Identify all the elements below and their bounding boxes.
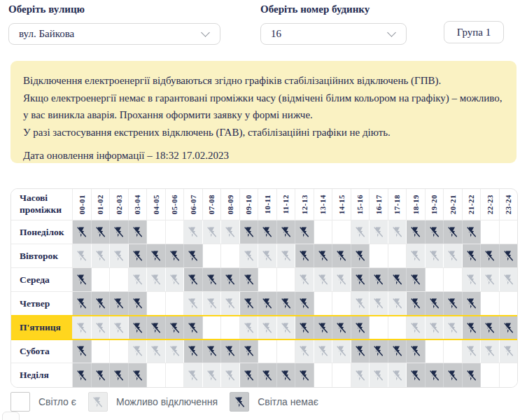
schedule-cell-no-light: [277, 363, 296, 387]
schedule-cell-no-light: [73, 340, 92, 363]
schedule-cell-possible-outage: [407, 244, 426, 267]
flash-off-icon: [94, 250, 106, 262]
flash-off-icon: [169, 250, 181, 262]
flash-off-icon: [280, 226, 292, 238]
flash-off-icon: [94, 370, 106, 382]
schedule-cell-light-on: [92, 268, 111, 291]
schedule-cell-light-on: [481, 292, 500, 315]
building-select-group: Оберіть номер будинку 16: [260, 4, 407, 45]
flash-off-icon: [409, 370, 421, 382]
schedule-cell-no-light: [129, 316, 148, 339]
schedule-cell-possible-outage: [166, 268, 185, 291]
schedule-cell-possible-outage: [258, 316, 277, 339]
schedule-cell-no-light: [184, 316, 203, 339]
time-slot-header: 07-08: [203, 189, 222, 220]
flash-off-icon: [447, 298, 458, 309]
street-select[interactable]: вул. Байкова: [8, 23, 220, 45]
group-badge[interactable]: Група 1: [444, 21, 504, 43]
flash-off-icon: [224, 226, 236, 238]
day-label: Вівторок: [11, 244, 73, 267]
time-slot-label: 16-17: [374, 195, 383, 214]
flash-off-icon: [447, 250, 458, 262]
schedule-cell-no-light: [92, 363, 111, 387]
flash-off-icon: [150, 274, 162, 286]
schedule-cell-no-light: [110, 220, 129, 244]
flash-off-icon: [447, 226, 458, 238]
flash-off-icon: [335, 345, 347, 357]
schedule-cell-possible-outage: [147, 340, 166, 363]
legend-label: Світло є: [38, 396, 76, 407]
time-slot-header: 22-23: [481, 189, 500, 220]
flash-off-icon: [261, 226, 273, 238]
notice-updated: Дата оновлення інформації – 18:32 17.02.…: [23, 147, 504, 164]
schedule-cell-possible-outage: [110, 244, 129, 267]
schedule-cell-possible-outage: [314, 340, 333, 363]
flash-off-icon: [224, 370, 236, 382]
schedule-cell-light-on: [500, 363, 518, 387]
schedule-cell-possible-outage: [388, 292, 407, 315]
schedule-cell-possible-outage: [203, 363, 222, 387]
schedule-cell-no-light: [221, 268, 240, 291]
schedule-cell-no-light: [463, 244, 482, 267]
flash-off-icon: [150, 345, 162, 357]
flash-off-icon: [317, 274, 329, 286]
time-slot-label: 07-08: [207, 195, 216, 214]
time-slot-header: 20-21: [444, 189, 463, 220]
building-select[interactable]: 16: [260, 23, 407, 45]
schedule-row: Субота: [11, 340, 517, 363]
schedule-cell-no-light: [388, 340, 407, 363]
flash-off-icon: [503, 322, 514, 334]
schedule-cell-possible-outage: [351, 363, 370, 387]
notice-line-1: Відключення електроенергії відбуваються …: [23, 72, 504, 90]
flash-off-icon: [298, 345, 310, 357]
flash-off-icon: [187, 370, 199, 382]
schedule-cell-light-on: [314, 363, 333, 387]
schedule-cell-light-on: [314, 292, 333, 315]
schedule-cell-light-on: [277, 340, 296, 363]
schedule-cell-possible-outage: [277, 244, 296, 267]
flash-off-icon: [298, 322, 310, 334]
schedule-cell-possible-outage: [295, 268, 314, 291]
time-slot-label: 04-05: [152, 195, 160, 214]
schedule-cell-no-light: [277, 292, 296, 315]
legend-item-on: Світло є: [10, 392, 76, 412]
flash-off-icon: [391, 274, 403, 286]
street-select-group: Оберіть вулицю вул. Байкова: [8, 4, 220, 45]
time-slot-header: 11-12: [277, 189, 296, 220]
flash-off-icon: [372, 274, 384, 286]
schedule-cell-possible-outage: [240, 316, 259, 339]
time-slot-header: 02-03: [110, 189, 129, 220]
schedule-cell-no-light: [73, 363, 92, 387]
time-slot-header: 00-01: [73, 189, 92, 220]
schedule-cell-possible-outage: [332, 268, 351, 291]
flash-off-icon: [354, 274, 366, 286]
schedule-cell-possible-outage: [351, 220, 370, 244]
flash-off-icon: [372, 298, 384, 309]
schedule-cell-light-on: [92, 340, 111, 363]
flash-off-icon: [261, 250, 273, 262]
schedule-cell-no-light: [463, 292, 482, 315]
schedule-cell-light-on: [500, 220, 518, 244]
schedule-cell-possible-outage: [295, 340, 314, 363]
time-slot-label: 01-02: [96, 195, 104, 214]
schedule-cell-light-on: [332, 292, 351, 315]
flash-off-icon: [224, 298, 236, 309]
flash-off-icon: [503, 250, 514, 262]
schedule-cell-no-light: [407, 363, 426, 387]
time-slot-label: 02-03: [115, 195, 123, 214]
time-slot-label: 06-07: [189, 195, 197, 214]
day-label: Четвер: [11, 292, 73, 315]
schedule-cell-no-light: [295, 292, 314, 315]
schedule-cell-no-light: [166, 244, 185, 267]
flash-off-icon: [354, 298, 366, 309]
schedule-cell-possible-outage: [129, 340, 148, 363]
flash-off-icon: [243, 345, 255, 357]
cutoff-element-fragment: [2, 412, 20, 420]
flash-off-icon: [94, 322, 106, 334]
time-slot-header: 06-07: [184, 189, 203, 220]
schedule-cell-possible-outage: [221, 363, 240, 387]
flash-off-icon: [484, 274, 496, 286]
schedule-cell-no-light: [463, 363, 482, 387]
flash-off-icon: [94, 298, 106, 309]
schedule-cell-light-on: [166, 363, 185, 387]
